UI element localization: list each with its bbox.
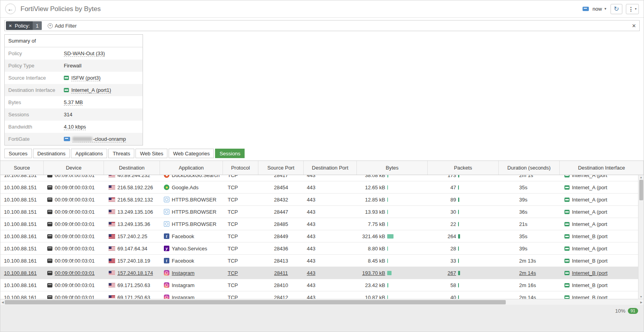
interface-icon [564, 271, 570, 275]
packets-value: 22 [428, 221, 456, 227]
session-row[interactable]: 10.100.88.15100:09:0f:00:03:0169.147.64.… [0, 242, 638, 255]
more-options-button[interactable]: ⋮▾ [626, 4, 639, 14]
packets-bar [458, 283, 459, 287]
protocol: TCP [228, 221, 238, 227]
session-row[interactable]: 10.100.88.16100:09:0f:00:03:0169.171.250… [0, 291, 638, 299]
summary-label: Sessions [5, 112, 64, 118]
interface-icon [564, 185, 570, 190]
refresh-button[interactable]: ↻ [611, 4, 622, 14]
us-flag-icon [109, 246, 115, 251]
source-port: 28410 [274, 282, 288, 288]
horizontal-scrollbar[interactable]: ◀ ▶ [0, 299, 644, 305]
packets-value: 264 [428, 233, 456, 239]
session-row[interactable]: 10.100.88.16100:09:0f:00:03:01157.240.2.… [0, 230, 638, 242]
plus-icon: + [48, 23, 53, 28]
device-icon [47, 198, 52, 202]
bytes-bar [387, 271, 392, 275]
duration: 35s [519, 233, 527, 239]
scroll-left-icon[interactable]: ◀ [2, 301, 4, 304]
summary-value-link[interactable]: -cloud-onramp [72, 136, 126, 142]
column-header-protocol[interactable]: Protocol [223, 161, 258, 175]
session-row[interactable]: 10.100.88.16100:09:0f:00:03:01157.240.18… [0, 267, 638, 279]
close-filter-bar-icon[interactable]: ✕ [632, 23, 636, 29]
scroll-down-icon[interactable]: ▼ [640, 295, 642, 298]
summary-value-link[interactable]: SD-WAN-Out (33) [64, 50, 105, 57]
tab-applications[interactable]: Applications [71, 149, 107, 158]
column-header-source-port[interactable]: Source Port [258, 161, 304, 175]
device-mac: 00:09:0f:00:03:01 [55, 295, 95, 299]
vertical-scrollbar-thumb[interactable] [639, 180, 643, 200]
column-header-bytes[interactable]: Bytes [357, 161, 428, 175]
time-range-dropdown[interactable]: now ▼ [592, 6, 607, 12]
instagram-icon [164, 270, 169, 276]
session-row[interactable]: 10.100.88.15100:09:0f:00:03:0113.249.135… [0, 218, 638, 230]
device-icon [47, 295, 52, 299]
summary-value: Firewall [64, 63, 82, 69]
session-row[interactable]: 10.100.88.16100:09:0f:00:03:0169.171.250… [0, 279, 638, 291]
source-ip: 10.100.88.161 [4, 270, 37, 276]
interface-icon [564, 198, 570, 202]
column-header-device[interactable]: Device [44, 161, 104, 175]
device-icon [47, 175, 52, 177]
summary-value-link[interactable]: 4.10 kbps [64, 124, 86, 130]
destination-ip: 157.240.18.19 [117, 258, 150, 264]
remove-filter-icon[interactable]: ✕ [6, 24, 15, 28]
destination-ip: 13.249.135.36 [117, 221, 150, 227]
application-name: HTTPS.BROWSER [172, 221, 216, 227]
summary-value-link[interactable]: Internet_A (port1) [71, 87, 111, 93]
tab-sources[interactable]: Sources [4, 149, 32, 158]
packets-bar [458, 246, 459, 251]
application-name: Instagram [172, 270, 195, 276]
summary-value-link[interactable]: ISFW (port3) [71, 75, 100, 81]
destination-interface: Internet_A (port [572, 209, 607, 215]
session-row[interactable]: 10.100.88.15100:09:0f:00:03:0113.249.135… [0, 206, 638, 218]
tab-web-sites[interactable]: Web Sites [135, 149, 167, 158]
packets-value: 267 [428, 270, 456, 276]
redacted-text [72, 137, 92, 141]
column-header-duration-seconds[interactable]: Duration (seconds) [499, 161, 560, 175]
interface-icon [564, 175, 570, 177]
application-name: Instagram [172, 282, 195, 288]
tab-sessions[interactable]: Sessions [215, 149, 245, 158]
column-header-destination-port[interactable]: Destination Port [304, 161, 357, 175]
session-row[interactable]: 10.100.88.15100:09:0f:00:03:0140.89.244.… [0, 175, 638, 181]
device-mac: 00:09:0f:00:03:01 [55, 221, 95, 227]
protocol: TCP [228, 185, 238, 190]
policy-filter-chip[interactable]: ✕ Policy: 1 [6, 21, 42, 30]
topbar-actions: now ▼ ↻ ⋮▾ [583, 4, 639, 14]
tab-destinations[interactable]: Destinations [33, 149, 70, 158]
column-header-destination[interactable]: Destination [104, 161, 160, 175]
destination-interface: Internet_A (port [572, 246, 607, 252]
back-button[interactable]: ← [5, 4, 16, 14]
instagram-icon [164, 282, 169, 288]
tab-web-categories[interactable]: Web Categories [169, 149, 214, 158]
source-port: 28412 [274, 295, 288, 299]
column-header-source[interactable]: Source [0, 161, 44, 175]
summary-label: Policy Type [5, 63, 64, 69]
filter-bar: ✕ Policy: 1 + Add Filter ✕ [4, 20, 640, 31]
session-row[interactable]: 10.100.88.15100:09:0f:00:03:01216.58.192… [0, 194, 638, 206]
scroll-right-icon[interactable]: ▶ [640, 301, 642, 304]
column-header-packets[interactable]: Packets [428, 161, 499, 175]
filter-chip-label: Policy: [15, 23, 32, 29]
add-filter-button[interactable]: + Add Filter [44, 21, 80, 30]
destination-ip: 157.240.18.174 [117, 270, 153, 276]
packets-value: 58 [428, 282, 456, 288]
device-mac: 00:09:0f:00:03:01 [55, 175, 95, 178]
session-row[interactable]: 10.100.88.16100:09:0f:00:03:01157.240.18… [0, 255, 638, 267]
horizontal-scrollbar-thumb[interactable] [5, 300, 506, 304]
summary-value-link[interactable]: 5.37 MB [64, 99, 83, 106]
bytes-value: 193.70 kB [357, 270, 385, 276]
google-ads-icon [164, 185, 169, 190]
interface-icon [564, 246, 570, 251]
duration: 35s [519, 185, 527, 190]
scroll-up-icon[interactable]: ▲ [640, 176, 642, 179]
tab-threats[interactable]: Threats [108, 149, 134, 158]
column-header-application[interactable]: Application [160, 161, 223, 175]
interface-icon [564, 222, 570, 226]
bytes-bar [387, 185, 388, 190]
session-row[interactable]: 10.100.88.15100:09:0f:00:03:01216.58.192… [0, 181, 638, 194]
source-port: 28432 [274, 197, 288, 203]
vertical-scrollbar[interactable]: ▲ ▼ [638, 175, 644, 299]
column-header-destination-interface[interactable]: Destination Interface [560, 161, 644, 175]
